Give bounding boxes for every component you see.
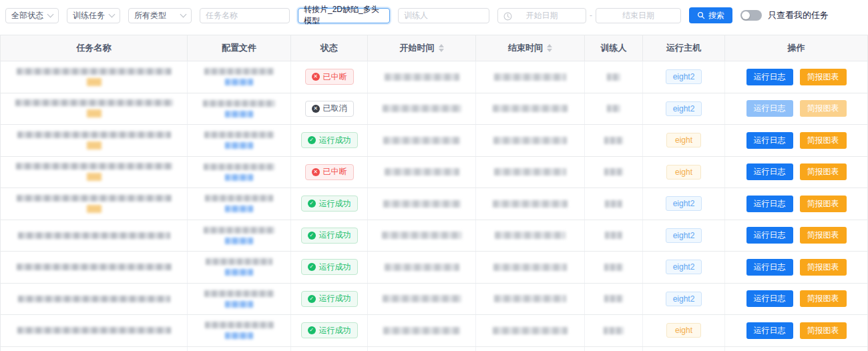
status-badge: ✕ 已取消 <box>305 101 354 117</box>
config-link-redacted[interactable] <box>225 111 253 117</box>
chevron-down-icon <box>180 11 187 18</box>
search-keyword-input[interactable]: 转接片_2D缺陷_多头模型 <box>298 8 390 23</box>
run-log-button[interactable]: 运行日志 <box>746 100 793 117</box>
table-body: ✕ 已中断 eight2 运行日志 简报图表 ✕ 已取消 <box>1 61 867 351</box>
start-time-redacted <box>383 105 461 112</box>
task-name-redacted <box>17 327 171 334</box>
config-link-redacted[interactable] <box>225 332 253 339</box>
table-row: ✓ 运行成功 eight2 运行日志 简报图表 <box>1 188 867 220</box>
end-time-redacted <box>494 73 566 81</box>
task-tag-redacted <box>87 78 101 86</box>
config-link-redacted[interactable] <box>225 269 253 276</box>
end-time-redacted <box>494 168 566 176</box>
trainer-redacted <box>604 327 624 334</box>
header-trainer: 训练人 <box>585 35 643 61</box>
status-badge: ✓ 运行成功 <box>301 228 358 244</box>
config-link-redacted[interactable] <box>225 79 253 85</box>
task-type-filter-select[interactable]: 训练任务 <box>67 8 120 23</box>
trainer-redacted <box>607 105 620 112</box>
report-chart-button[interactable]: 简报图表 <box>800 227 847 244</box>
start-time-redacted <box>382 232 462 239</box>
status-icon: ✓ <box>308 326 316 334</box>
header-start-time[interactable]: 开始时间 <box>368 35 476 61</box>
host-tag: eight2 <box>666 228 702 243</box>
config-link-redacted[interactable] <box>225 238 253 244</box>
report-chart-button[interactable]: 简报图表 <box>800 290 847 307</box>
status-icon: ✕ <box>312 73 320 81</box>
host-tag: eight <box>666 133 701 147</box>
start-date-input[interactable]: 开始日期 <box>497 8 586 23</box>
table-row: ✕ 已中断 eight 运行日志 简报图表 <box>1 157 867 189</box>
end-date-input[interactable]: 结束日期 <box>596 8 681 23</box>
chevron-down-icon <box>109 11 116 18</box>
date-range-separator: - <box>590 11 592 20</box>
run-log-button[interactable]: 运行日志 <box>746 196 793 212</box>
status-icon: ✓ <box>308 263 316 271</box>
config-link-redacted[interactable] <box>225 206 253 212</box>
run-log-button[interactable]: 运行日志 <box>746 163 793 180</box>
status-filter-select[interactable]: 全部状态 <box>5 8 59 23</box>
config-link-redacted[interactable] <box>225 142 253 149</box>
trainer-redacted <box>607 73 620 81</box>
task-type-filter-value: 训练任务 <box>73 10 105 21</box>
start-time-redacted <box>383 295 461 302</box>
host-tag: eight2 <box>666 69 702 84</box>
config-link-redacted[interactable] <box>225 301 253 308</box>
trainer-input[interactable]: 训练人 <box>398 8 489 23</box>
task-name-redacted <box>16 163 172 169</box>
start-date-placeholder: 开始日期 <box>526 10 558 21</box>
status-badge: ✓ 运行成功 <box>301 291 358 307</box>
report-chart-button[interactable]: 简报图表 <box>800 132 847 149</box>
report-chart-button[interactable]: 简报图表 <box>800 163 847 180</box>
report-chart-button[interactable]: 简报图表 <box>800 196 847 212</box>
category-filter-select[interactable]: 所有类型 <box>128 8 192 23</box>
report-chart-button[interactable]: 简报图表 <box>800 259 847 276</box>
table-header-row: 任务名称 配置文件 状态 开始时间 结束时间 训练人 运行主机 操作 <box>1 35 867 61</box>
status-icon: ✓ <box>308 200 316 208</box>
status-label: 运行成功 <box>319 262 351 273</box>
run-log-button[interactable]: 运行日志 <box>746 290 793 307</box>
task-name-placeholder: 任务名称 <box>206 10 238 21</box>
end-time-redacted <box>493 105 568 112</box>
search-button[interactable]: 搜索 <box>689 7 732 23</box>
task-name-redacted <box>15 99 173 106</box>
sort-icon[interactable] <box>547 44 552 52</box>
task-tag-redacted <box>87 109 101 117</box>
status-label: 运行成功 <box>319 293 351 304</box>
config-file-redacted <box>205 322 274 328</box>
report-chart-button[interactable]: 简报图表 <box>800 100 847 117</box>
config-file-redacted <box>204 163 274 170</box>
status-icon: ✓ <box>308 295 316 303</box>
report-chart-button[interactable]: 简报图表 <box>800 69 847 85</box>
sort-icon[interactable] <box>439 44 444 52</box>
config-link-redacted[interactable] <box>225 174 253 181</box>
run-log-button[interactable]: 运行日志 <box>746 69 793 85</box>
table-row <box>1 347 867 351</box>
end-time-redacted <box>493 264 567 271</box>
clock-icon <box>503 12 512 21</box>
status-icon: ✕ <box>312 168 320 176</box>
host-tag: eight2 <box>666 292 702 306</box>
report-chart-button[interactable]: 简报图表 <box>800 322 847 339</box>
my-tasks-toggle[interactable] <box>740 10 762 21</box>
task-name-input[interactable]: 任务名称 <box>200 8 290 23</box>
config-file-redacted <box>204 227 274 234</box>
search-icon <box>697 11 705 19</box>
status-label: 运行成功 <box>319 325 351 336</box>
host-tag: eight <box>666 165 701 180</box>
header-host: 运行主机 <box>643 35 725 61</box>
trainer-redacted <box>605 232 622 239</box>
run-log-button[interactable]: 运行日志 <box>746 227 793 244</box>
header-end-time[interactable]: 结束时间 <box>476 35 585 61</box>
config-file-redacted <box>205 195 273 202</box>
table-row: ✓ 运行成功 eight2 运行日志 简报图表 <box>1 252 867 284</box>
config-file-redacted <box>204 68 274 75</box>
run-log-button[interactable]: 运行日志 <box>746 322 793 339</box>
start-time-redacted <box>383 327 460 334</box>
run-log-button[interactable]: 运行日志 <box>746 259 793 276</box>
end-time-redacted <box>494 295 566 302</box>
run-log-button[interactable]: 运行日志 <box>746 132 793 149</box>
filter-bar: 全部状态 训练任务 所有类型 任务名称 转接片_2D缺陷_多头模型 训练人 开始… <box>5 7 863 23</box>
status-icon: ✕ <box>312 105 320 113</box>
task-name-redacted <box>17 195 172 202</box>
